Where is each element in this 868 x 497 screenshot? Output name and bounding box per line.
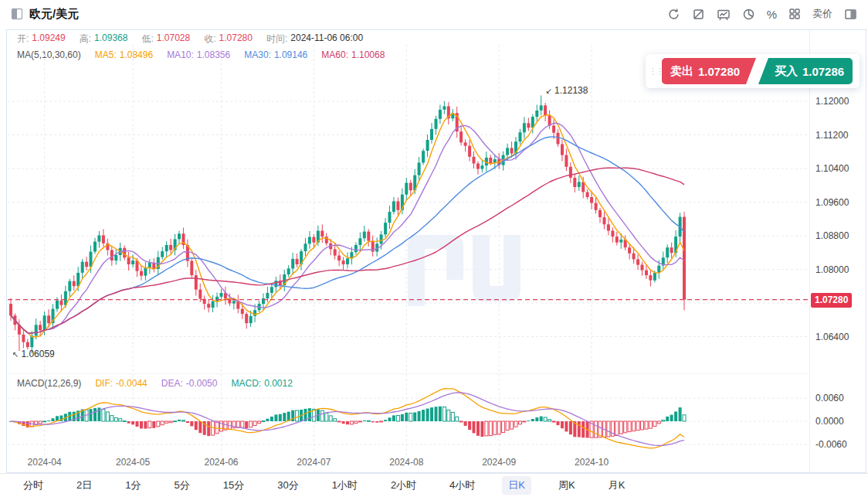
trade-widget: ⋮⋮ 卖出1.07280 买入1.07286 [646, 54, 860, 88]
macd-axis-label: 0.0000 [815, 416, 863, 427]
ma-legend: MA(5,10,30,60) MA5:1.08496 MA10:1.08356 … [17, 49, 385, 60]
time-value: 2024-11-06 06:00 [290, 32, 363, 46]
tab-周K[interactable]: 周K [552, 476, 581, 495]
instrument-icon [11, 8, 23, 20]
sell-price: 1.07280 [698, 65, 740, 78]
tab-月K[interactable]: 月K [602, 476, 632, 495]
page-title: 欧元/美元 [29, 7, 79, 22]
time-axis-label: 2024-08 [383, 457, 429, 468]
macd-axis-label: -0.0060 [815, 439, 863, 450]
panel-divider [8, 373, 808, 374]
time-axis-label: 2024-09 [476, 457, 522, 468]
ma30-value: 1.09146 [274, 49, 307, 60]
price-axis-label: 1.12000 [815, 96, 863, 107]
dif-value: -0.0044 [116, 378, 147, 389]
tab-4小时[interactable]: 4小时 [443, 476, 481, 495]
ma60-value: 1.10068 [351, 49, 385, 60]
chart-toolbar: % 卖价 [667, 7, 857, 21]
tab-2日[interactable]: 2日 [70, 476, 98, 495]
ma10-value: 1.08356 [197, 49, 230, 60]
macd-axis-label: 0.0060 [815, 393, 863, 403]
tab-15分[interactable]: 15分 [217, 476, 250, 495]
sell-price-toggle[interactable]: 卖价 [812, 7, 832, 21]
price-axis-label: 1.10400 [815, 163, 863, 174]
ohlc-legend: 开:1.09249 高:1.09368 低:1.07028 收:1.07280 … [17, 32, 363, 46]
high-value: 1.09368 [94, 32, 127, 46]
tab-2小时[interactable]: 2小时 [385, 476, 422, 495]
ma5-value: 1.08496 [120, 49, 153, 60]
time-axis-label: 2024-06 [198, 457, 245, 468]
chart-card-border [6, 29, 866, 473]
price-axis-label: 1.08800 [815, 230, 863, 241]
price-axis-label: 1.08000 [815, 264, 863, 275]
tab-1分[interactable]: 1分 [119, 476, 147, 495]
down-left-arrow-icon: ↙ [546, 87, 552, 95]
axis-separator [809, 30, 810, 472]
tab-5分[interactable]: 5分 [168, 476, 195, 495]
price-axis-label: 1.06400 [815, 332, 863, 342]
tab-1小时[interactable]: 1小时 [326, 476, 364, 495]
split-panel-icon[interactable] [844, 8, 857, 21]
timeframe-tab-bar: 分时2日1分5分15分30分1小时2小时4小时日K周K月K [0, 473, 868, 497]
time-axis-label: 2024-05 [110, 457, 156, 468]
time-axis-label: 2024-10 [568, 457, 615, 468]
grid-layout-icon[interactable] [788, 8, 801, 20]
sell-button[interactable]: 卖出1.07280 [662, 58, 756, 84]
time-axis-label: 2024-04 [22, 457, 68, 468]
up-left-arrow-icon: ↖ [12, 350, 19, 359]
draw-tool-icon[interactable] [692, 8, 705, 21]
close-value: 1.07280 [219, 32, 253, 46]
price-axis-label: 1.09600 [815, 197, 863, 208]
header-bar: 欧元/美元 % 卖价 [0, 0, 868, 28]
tab-30分[interactable]: 30分 [271, 476, 304, 495]
drag-handle-icon[interactable]: ⋮⋮ [649, 67, 656, 75]
macd-value: 0.0012 [264, 378, 293, 389]
low-value: 1.07028 [157, 32, 190, 46]
current-price-badge: 1.07280 [811, 293, 852, 308]
high-annotation: ↙ 1.12138 [546, 85, 588, 96]
refresh-icon[interactable] [667, 8, 680, 21]
pie-chart-icon[interactable] [742, 8, 755, 21]
buy-price: 1.07286 [802, 65, 844, 78]
chart-board-icon[interactable] [717, 8, 731, 21]
dea-value: -0.0050 [186, 378, 218, 389]
buy-button[interactable]: 买入1.07286 [758, 58, 853, 84]
price-axis-label: 1.11200 [815, 130, 863, 141]
time-axis-label: 2024-07 [290, 457, 337, 468]
macd-legend: MACD(12,26,9) DIF:-0.0044 DEA:-0.0050 MA… [17, 378, 293, 389]
tab-分时[interactable]: 分时 [17, 476, 49, 495]
low-annotation: ↖ 1.06059 [12, 349, 55, 359]
tab-日K[interactable]: 日K [502, 476, 531, 495]
open-value: 1.09249 [32, 32, 65, 46]
percent-icon[interactable]: % [767, 8, 777, 21]
